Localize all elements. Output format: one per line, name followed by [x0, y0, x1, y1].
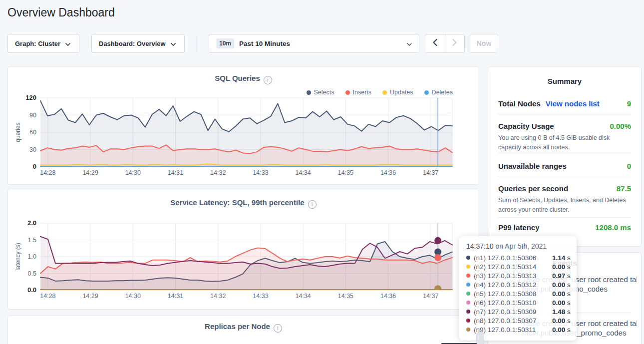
chevron-down-icon: [171, 39, 176, 48]
page-title: Overview Dashboard: [7, 6, 115, 19]
node-color-dot: [466, 328, 470, 332]
tooltip-row: (n6) 127.0.0.1:503100.00 s: [466, 298, 570, 307]
svg-text:0.0: 0.0: [27, 286, 36, 294]
divider: [498, 217, 631, 218]
svg-text:2.0: 2.0: [27, 219, 36, 227]
svg-text:14:28: 14:28: [40, 169, 55, 176]
time-nav-group: [425, 34, 465, 53]
node-address: (n6) 127.0.0.1:50310: [474, 299, 549, 307]
node-address: (n5) 127.0.0.1:50308: [474, 290, 549, 298]
svg-text:0.5: 0.5: [28, 270, 36, 277]
node-value: 0.00 s: [552, 317, 571, 325]
time-range-label: Past 10 Minutes: [239, 40, 290, 47]
chevron-right-icon: [452, 39, 457, 48]
chevron-down-icon: [65, 39, 70, 48]
svg-text:14:31: 14:31: [168, 293, 183, 300]
svg-text:latency (s): latency (s): [14, 243, 21, 270]
view-nodes-link[interactable]: View nodes list: [546, 99, 600, 108]
node-color-dot: [466, 301, 470, 305]
summary-label: Unavailable ranges: [498, 162, 567, 170]
node-color-dot: [466, 265, 470, 269]
svg-text:14:29: 14:29: [82, 169, 98, 176]
info-icon[interactable]: [274, 324, 282, 333]
chevron-down-icon: [407, 39, 412, 48]
node-value: 1.14 s: [552, 254, 571, 262]
prev-range-button[interactable]: [425, 34, 445, 52]
svg-text:14:34: 14:34: [296, 293, 311, 300]
summary-label: Total Nodes: [498, 99, 541, 108]
summary-value: 1208.0 ms: [595, 223, 631, 232]
svg-text:90: 90: [29, 112, 36, 119]
tooltip-row: (n5) 127.0.0.1:503080.00 s: [466, 289, 570, 298]
node-color-dot: [466, 292, 470, 296]
svg-text:14:36: 14:36: [380, 169, 396, 176]
summary-description: Sum of Selects, Updates, Inserts, and De…: [498, 196, 632, 215]
chevron-left-icon: [433, 39, 437, 48]
svg-text:14:32: 14:32: [210, 293, 226, 300]
summary-label: Capacity Usage: [498, 122, 554, 130]
node-value: 0.97 s: [552, 272, 571, 280]
tooltip-row: (n4) 127.0.0.1:503120.00 s: [466, 280, 570, 289]
node-color-dot: [466, 319, 470, 323]
service-latency-chart[interactable]: 14:2814:2914:3014:3114:3214:3314:3414:35…: [8, 189, 479, 309]
node-address: (n1) 127.0.0.1:50306: [474, 254, 549, 262]
replicas-per-node-card: Replicas per Node: [7, 316, 479, 344]
chart-hover-tooltip: 14:37:10 on Apr 5th, 2021 (n1) 127.0.0.1…: [459, 236, 577, 341]
node-value: 0.00 s: [552, 299, 571, 307]
node-color-dot: [466, 310, 470, 314]
svg-text:14:34: 14:34: [296, 169, 311, 176]
svg-text:14:36: 14:36: [380, 293, 396, 300]
service-latency-card: Service Latency: SQL, 99th percentile 14…: [7, 189, 479, 310]
scrollbar-thumb[interactable]: [476, 332, 484, 344]
svg-text:14:30: 14:30: [125, 169, 141, 176]
divider: [498, 153, 631, 153]
svg-text:14:30: 14:30: [125, 293, 141, 300]
time-badge: 10m: [216, 38, 234, 48]
svg-text:14:35: 14:35: [338, 293, 353, 300]
summary-description: You are using 0 B of 4.5 GiB usable disk…: [498, 133, 632, 152]
sql-queries-chart[interactable]: 14:2814:2914:3014:3114:3214:3314:3414:35…: [8, 67, 479, 184]
summary-value: 87.5: [617, 184, 631, 193]
summary-row-unavailable: Unavailable ranges 0: [498, 162, 631, 170]
dashboard-dropdown-label: Dashboard: Overview: [99, 40, 166, 47]
summary-panel: Summary Total Nodes View nodes list 9 Ca…: [488, 66, 642, 247]
summary-value: 0.00%: [610, 122, 631, 130]
summary-value: 9: [627, 99, 631, 108]
node-address: (n8) 127.0.0.1:50307: [474, 317, 549, 325]
node-color-dot: [466, 283, 470, 287]
sql-queries-card: SQL Queries SelectsInsertsUpdatesDeletes…: [7, 66, 479, 185]
tooltip-row: (n8) 127.0.0.1:503070.00 s: [466, 316, 570, 325]
node-address: (n3) 127.0.0.1:50313: [474, 272, 549, 280]
divider: [498, 176, 631, 176]
summary-row-total-nodes: Total Nodes View nodes list 9: [498, 99, 631, 108]
svg-text:queries: queries: [14, 122, 21, 142]
tooltip-row: (n2) 127.0.0.1:503140.00 s: [466, 262, 570, 271]
svg-text:30: 30: [29, 146, 36, 153]
svg-text:14:33: 14:33: [253, 293, 268, 300]
summary-row-p99: P99 latency 1208.0 ms: [498, 223, 631, 232]
summary-label: Queries per second: [498, 184, 568, 193]
node-value: 0.00 s: [552, 326, 571, 334]
svg-text:0: 0: [33, 163, 36, 170]
summary-title: Summary: [488, 77, 641, 85]
dashboard-dropdown[interactable]: Dashboard: Overview: [91, 34, 185, 53]
tooltip-row: (n7) 127.0.0.1:503091.48 s: [466, 307, 570, 316]
node-address: (n9) 127.0.0.1:50311: [474, 326, 549, 334]
time-range-dropdown[interactable]: 10m Past 10 Minutes: [209, 34, 419, 53]
divider: [498, 114, 631, 114]
node-color-dot: [466, 256, 470, 260]
svg-text:14:33: 14:33: [253, 169, 268, 176]
svg-text:14:29: 14:29: [82, 293, 98, 300]
svg-text:1.5: 1.5: [28, 237, 36, 244]
tooltip-row: (n3) 127.0.0.1:503130.97 s: [466, 271, 570, 280]
graph-dropdown[interactable]: Graph: Cluster: [7, 34, 79, 53]
svg-text:14:28: 14:28: [40, 293, 55, 300]
tooltip-timestamp: 14:37:10 on Apr 5th, 2021: [466, 242, 570, 250]
svg-text:120: 120: [25, 94, 36, 101]
node-value: 0.00 s: [552, 281, 571, 289]
now-button[interactable]: Now: [470, 34, 498, 53]
replicas-per-node-title: Replicas per Node: [205, 322, 270, 331]
graph-dropdown-label: Graph: Cluster: [15, 40, 60, 47]
node-address: (n2) 127.0.0.1:50314: [474, 263, 549, 271]
next-range-button[interactable]: [445, 34, 465, 52]
